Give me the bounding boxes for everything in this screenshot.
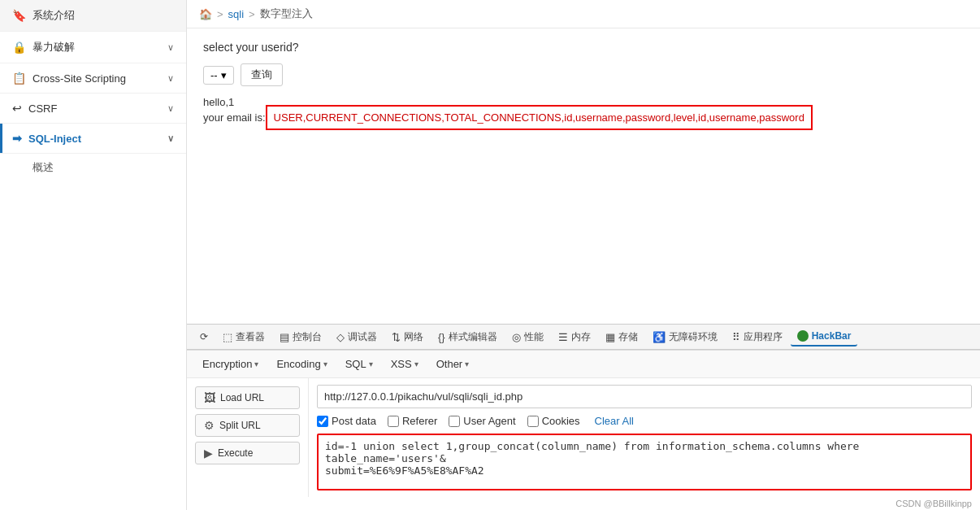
webpage-question: select your userid?	[203, 41, 964, 54]
clear-all-button[interactable]: Clear All	[595, 415, 634, 427]
sql-dropdown[interactable]: SQL ▾	[338, 355, 380, 373]
hackbar-buttons: 🖼 Load URL ⚙ Split URL ▶ Execute	[187, 378, 309, 497]
sql-textarea[interactable]: id=-1 union select 1,group_concat(column…	[317, 434, 972, 490]
hackbar-panel: Encryption ▾ Encoding ▾ SQL ▾ XSS ▾ Othe…	[187, 350, 980, 510]
breadcrumb: 🏠 > sqli > 数字型注入	[187, 0, 980, 28]
chevron-down-icon: ∨	[167, 133, 174, 144]
accessibility-icon: ♿	[653, 331, 666, 343]
main-content: 🏠 > sqli > 数字型注入 select your userid? -- …	[187, 0, 980, 510]
cookies-checkbox-label[interactable]: Cookies	[527, 415, 580, 427]
split-url-button[interactable]: ⚙ Split URL	[195, 414, 300, 437]
sidebar-item-xss[interactable]: 📋 Cross-Site Scripting ∨	[0, 63, 186, 94]
sidebar: 🔖 系统介绍 🔒 暴力破解 ∨ 📋 Cross-Site Scripting ∨…	[0, 0, 187, 510]
execute-button[interactable]: ▶ Execute	[195, 442, 300, 464]
hackbar-circle-icon	[797, 330, 809, 342]
debugger-icon: ◇	[336, 331, 345, 343]
tab-reload[interactable]: ⟳	[193, 328, 215, 346]
home-icon: 🏠	[199, 8, 212, 20]
watermark: CSDN @BBillkinpp	[187, 497, 980, 510]
tab-performance[interactable]: ◎ 性能	[505, 327, 550, 347]
other-dropdown[interactable]: Other ▾	[429, 355, 477, 373]
hackbar-right: Post data Referer User Agent Cookie	[309, 378, 980, 497]
cookies-checkbox[interactable]	[527, 416, 539, 427]
tab-style-editor[interactable]: {} 样式编辑器	[431, 327, 504, 347]
tab-app[interactable]: ⠿ 应用程序	[726, 327, 789, 347]
xss-dropdown[interactable]: XSS ▾	[384, 355, 426, 373]
sidebar-sub-overview[interactable]: 概述	[0, 154, 186, 181]
query-button[interactable]: 查询	[241, 63, 283, 86]
encryption-arrow-icon: ▾	[254, 360, 258, 368]
chevron-down-icon: ∨	[167, 42, 174, 53]
checkboxes-row: Post data Referer User Agent Cookie	[317, 415, 972, 427]
performance-icon: ◎	[512, 331, 521, 343]
reload-icon: ⟳	[200, 331, 208, 342]
user-agent-checkbox-label[interactable]: User Agent	[449, 415, 515, 427]
devtools-bar: ⟳ ⬚ 查看器 ▤ 控制台 ◇ 调试器 ⇅ 网络 {} 样式编辑器	[187, 324, 980, 350]
tab-console[interactable]: ▤ 控制台	[273, 327, 328, 347]
breadcrumb-sep1: >	[217, 8, 223, 20]
inspector-icon: ⬚	[223, 331, 232, 343]
encoding-arrow-icon: ▾	[323, 360, 327, 368]
sidebar-item-sys-intro[interactable]: 🔖 系统介绍	[0, 0, 186, 32]
chevron-down-icon: ∨	[167, 73, 174, 84]
encryption-dropdown[interactable]: Encryption ▾	[195, 355, 266, 373]
tab-accessibility[interactable]: ♿ 无障碍环境	[646, 327, 724, 347]
post-data-checkbox-label[interactable]: Post data	[317, 415, 376, 427]
select-arrow-icon: ▾	[221, 69, 227, 81]
user-agent-checkbox[interactable]	[449, 416, 460, 427]
xss-arrow-icon: ▾	[414, 360, 418, 368]
execute-icon: ▶	[204, 447, 213, 460]
app-icon: ⠿	[732, 331, 740, 343]
xss-icon: 📋	[12, 72, 26, 85]
sql-icon: ➡	[12, 132, 22, 145]
referer-checkbox-label[interactable]: Referer	[388, 415, 437, 427]
hackbar-toolbar: Encryption ▾ Encoding ▾ SQL ▾ XSS ▾ Othe…	[187, 351, 980, 378]
tab-memory[interactable]: ☰ 内存	[552, 327, 597, 347]
breadcrumb-sep2: >	[249, 8, 255, 20]
select-row: -- ▾ 查询	[203, 63, 964, 86]
hackbar-main: 🖼 Load URL ⚙ Split URL ▶ Execute	[187, 378, 980, 497]
sidebar-item-brute-force[interactable]: 🔒 暴力破解 ∨	[0, 32, 186, 63]
tab-debugger[interactable]: ◇ 调试器	[330, 327, 384, 347]
userid-select[interactable]: -- ▾	[203, 66, 234, 85]
sidebar-item-csrf[interactable]: ↩ CSRF ∨	[0, 94, 186, 124]
other-arrow-icon: ▾	[465, 360, 469, 368]
bookmark-icon: 🔖	[12, 9, 26, 22]
sql-arrow-icon: ▾	[369, 360, 373, 368]
console-icon: ▤	[280, 331, 289, 343]
sidebar-item-sql-inject[interactable]: ➡ SQL-Inject ∨	[0, 124, 186, 154]
load-url-icon: 🖼	[204, 391, 215, 404]
tab-network[interactable]: ⇅ 网络	[385, 327, 430, 347]
referer-checkbox[interactable]	[388, 416, 399, 427]
style-icon: {}	[438, 331, 445, 343]
tab-storage[interactable]: ▦ 存储	[599, 327, 644, 347]
encoding-dropdown[interactable]: Encoding ▾	[269, 355, 334, 373]
breadcrumb-sqli[interactable]: sqli	[228, 8, 245, 20]
network-icon: ⇅	[392, 331, 401, 343]
storage-icon: ▦	[605, 331, 615, 343]
breadcrumb-current: 数字型注入	[260, 7, 313, 21]
result-line2: your email is:USER,CURRENT_CONNECTIONS,T…	[203, 111, 964, 124]
tab-inspector[interactable]: ⬚ 查看器	[216, 327, 271, 347]
split-url-icon: ⚙	[204, 419, 215, 432]
lock-icon: 🔒	[12, 41, 26, 54]
memory-icon: ☰	[558, 331, 568, 343]
chevron-down-icon: ∨	[167, 103, 174, 114]
webpage-area: select your userid? -- ▾ 查询 hello,1 your…	[187, 28, 980, 324]
load-url-button[interactable]: 🖼 Load URL	[195, 386, 300, 409]
csrf-icon: ↩	[12, 102, 22, 115]
tab-hackbar[interactable]: HackBar	[791, 327, 858, 347]
post-data-checkbox[interactable]	[317, 416, 328, 427]
url-input[interactable]	[317, 385, 972, 408]
result-highlight: USER,CURRENT_CONNECTIONS,TOTAL_CONNECTIO…	[266, 105, 813, 130]
